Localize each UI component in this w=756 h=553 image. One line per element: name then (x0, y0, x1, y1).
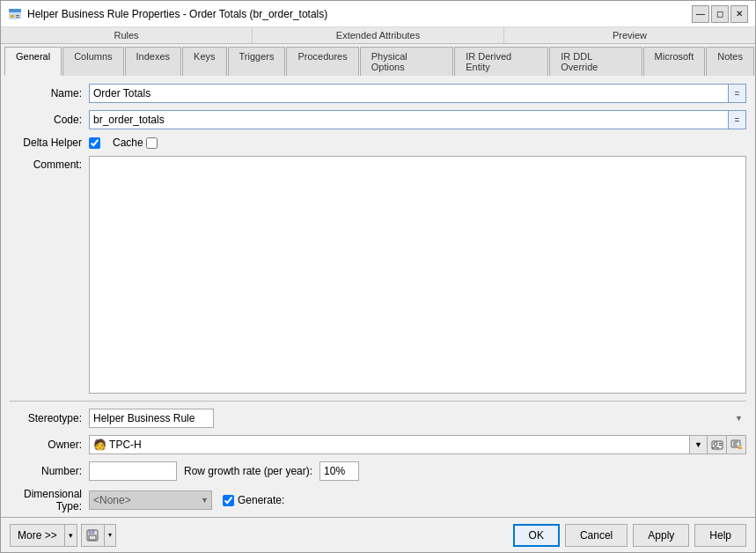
stereotype-label: Stereotype: (10, 412, 89, 424)
title-bar: Helper Business Rule Properties - Order … (1, 1, 755, 27)
tab-group-headers: Rules Extended Attributes Preview (1, 27, 755, 44)
svg-rect-7 (719, 443, 722, 444)
restore-button[interactable]: ◻ (711, 5, 729, 23)
tab-group-preview: Preview (504, 27, 755, 43)
name-expand-button[interactable]: = (729, 84, 746, 103)
svg-rect-4 (16, 17, 19, 18)
code-row: Code: = (10, 110, 746, 129)
cancel-button[interactable]: Cancel (565, 524, 628, 547)
dimensional-type-row: Dimensional Type: <None> Generate: (10, 488, 746, 512)
window-controls: — ◻ ✕ (692, 5, 748, 23)
content-area: Name: = Code: = Delta Helper Cache (1, 75, 755, 517)
tab-triggers[interactable]: Triggers (228, 47, 286, 76)
number-row: Number: Row growth rate (per year): (10, 461, 746, 481)
tab-group-extended: Extended Attributes (253, 27, 504, 43)
more-dropdown-arrow: ▾ (65, 525, 77, 546)
code-label: Code: (10, 114, 89, 126)
svg-rect-12 (89, 530, 94, 534)
code-input[interactable] (89, 110, 729, 129)
save-button[interactable] (81, 524, 104, 547)
delta-helper-checkbox-wrap (89, 137, 100, 149)
owner-browse-button[interactable] (727, 435, 746, 454)
tab-columns[interactable]: Columns (62, 47, 123, 76)
tab-notes[interactable]: Notes (706, 47, 754, 76)
owner-properties-button[interactable] (708, 435, 727, 454)
tab-keys[interactable]: Keys (182, 47, 226, 76)
generate-wrap: Generate: (212, 494, 284, 506)
delta-checkboxes: Cache (89, 136, 166, 149)
bottom-bar: More >> ▾ ▾ OK Cancel Apply Help (1, 517, 755, 552)
svg-point-6 (714, 442, 717, 446)
cache-checkbox[interactable] (146, 137, 158, 149)
delta-helper-row: Delta Helper Cache (10, 136, 746, 149)
stereotype-select-wrap: Helper Business Rule (89, 409, 746, 428)
save-button-group: ▾ (81, 524, 116, 547)
svg-rect-8 (719, 445, 722, 446)
comment-row: Comment: (10, 156, 746, 394)
tab-ir-derived-entity[interactable]: IR Derived Entity (454, 47, 548, 76)
close-button[interactable]: ✕ (730, 5, 748, 23)
number-label: Number: (10, 465, 89, 477)
tab-indexes[interactable]: Indexes (125, 47, 182, 76)
comment-label: Comment: (10, 156, 89, 171)
help-button[interactable]: Help (694, 524, 746, 547)
svg-rect-2 (11, 15, 14, 18)
name-row: Name: = (10, 84, 746, 103)
more-button-label: More >> (11, 525, 65, 546)
tab-general[interactable]: General (4, 47, 62, 76)
bottom-right: OK Cancel Apply Help (513, 524, 746, 547)
tab-microsoft[interactable]: Microsoft (643, 47, 706, 76)
dimensional-type-label: Dimensional Type: (10, 488, 89, 512)
growth-rate-input[interactable] (319, 461, 359, 481)
separator-line (10, 401, 746, 402)
more-button[interactable]: More >> ▾ (10, 524, 77, 547)
apply-button[interactable]: Apply (633, 524, 689, 547)
window-title: Helper Business Rule Properties - Order … (27, 8, 327, 20)
tab-procedures[interactable]: Procedures (286, 47, 358, 76)
growth-rate-label: Row growth rate (per year): (177, 465, 319, 477)
delta-helper-label: Delta Helper (10, 136, 89, 149)
window-icon (8, 7, 22, 21)
owner-row: Owner: 🧑 TPC-H ▼ (10, 435, 746, 454)
code-input-wrap: = (89, 110, 746, 129)
minimize-button[interactable]: — (692, 5, 709, 23)
stereotype-row: Stereotype: Helper Business Rule (10, 409, 746, 428)
name-input-wrap: = (89, 84, 746, 103)
svg-rect-1 (9, 9, 21, 12)
tab-ir-ddl-override[interactable]: IR DDL Override (549, 47, 642, 76)
owner-select-wrap: 🧑 TPC-H ▼ (89, 435, 746, 454)
dimensional-type-select[interactable]: <None> (89, 490, 212, 510)
svg-rect-14 (91, 536, 94, 539)
name-input[interactable] (89, 84, 729, 103)
tab-physical-options[interactable]: Physical Options (360, 47, 453, 76)
svg-rect-3 (16, 15, 19, 16)
stereotype-select[interactable]: Helper Business Rule (89, 409, 214, 428)
delta-helper-checkbox[interactable] (89, 137, 100, 149)
tabs-row: General Columns Indexes Keys Triggers Pr… (1, 44, 755, 75)
ok-button[interactable]: OK (513, 524, 560, 547)
owner-select-arrow[interactable]: ▼ (690, 435, 708, 454)
comment-textarea[interactable] (89, 156, 746, 394)
number-input[interactable] (89, 461, 177, 481)
dimensional-type-select-wrap: <None> (89, 490, 212, 510)
main-window: Helper Business Rule Properties - Order … (0, 0, 756, 553)
cache-checkbox-wrap: Cache (113, 136, 158, 149)
cache-label: Cache (113, 136, 143, 149)
name-label: Name: (10, 87, 89, 100)
save-dropdown-button[interactable]: ▾ (104, 524, 116, 547)
owner-label: Owner: (10, 439, 89, 451)
bottom-left: More >> ▾ ▾ (10, 524, 116, 547)
generate-checkbox[interactable] (223, 495, 234, 506)
tab-group-rules: Rules (1, 27, 253, 43)
generate-label: Generate: (238, 494, 284, 506)
owner-select[interactable]: 🧑 TPC-H (89, 435, 690, 454)
code-expand-button[interactable]: = (729, 110, 746, 129)
